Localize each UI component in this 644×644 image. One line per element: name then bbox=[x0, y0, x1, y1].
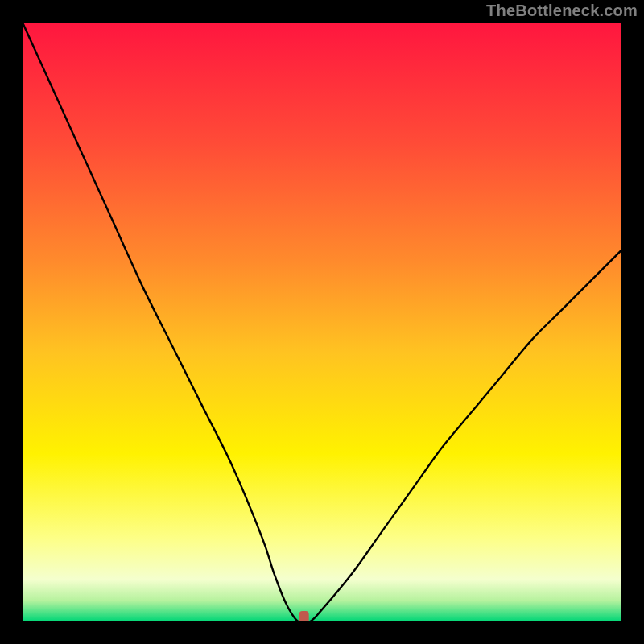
chart-svg bbox=[23, 23, 621, 621]
gradient-background bbox=[23, 23, 621, 621]
chart-frame: TheBottleneck.com bbox=[0, 0, 644, 644]
plot-area bbox=[23, 23, 621, 621]
optimal-marker bbox=[299, 611, 309, 621]
watermark-text: TheBottleneck.com bbox=[486, 2, 638, 20]
